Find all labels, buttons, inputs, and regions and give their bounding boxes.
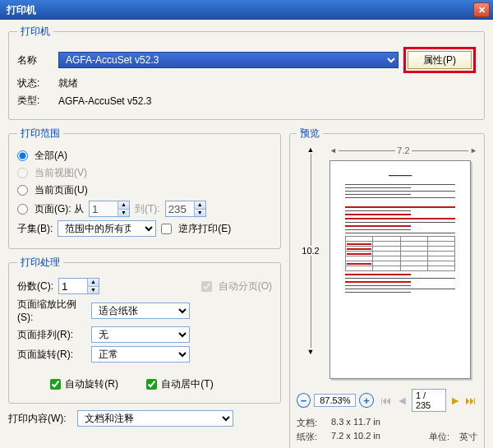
unit-value: 英寸 [459,431,477,443]
pages-to-label: 到(T): [135,202,160,216]
unit-label: 单位: [429,431,449,443]
auto-center-checkbox[interactable] [146,379,157,390]
reverse-checkbox[interactable] [161,224,172,234]
titlebar: 打印机 ✕ [0,0,493,20]
auto-center-label: 自动居中(T) [161,378,213,390]
auto-rotate-checkbox[interactable] [50,379,61,390]
scale-label: 页面缩放比例(S): [17,298,86,323]
dialog-body: 打印机 名称 AGFA-AccuSet v52.3 属性(P) 状态: 就绪 类… [0,20,493,448]
first-icon: ⏮ [380,394,392,407]
collate-label: 自动分页(O) [219,279,272,293]
pages-to-spinner[interactable]: ▲▼ [165,201,206,217]
scale-select[interactable]: 适合纸张 [91,303,190,319]
name-label: 名称 [17,53,53,67]
paper-size-value: 7.2 x 10.2 in [331,431,424,443]
radio-current-page-label: 当前页面(U) [35,183,88,197]
next-page-button[interactable]: ► [449,393,462,408]
subset-label: 子集(B): [17,222,53,236]
first-page-button[interactable]: ⏮ [380,393,393,408]
zoom-in-button[interactable]: + [359,393,373,408]
preview-group: 预览 ◄7.2► ▲10.2▼ ━━━━━━━ [289,127,485,448]
next-icon: ► [449,394,461,407]
minus-icon: − [301,395,307,407]
up-icon[interactable]: ▲ [87,279,99,287]
down-icon[interactable]: ▼ [117,210,129,217]
printer-group: 打印机 名称 AGFA-AccuSet v52.3 属性(P) 状态: 就绪 类… [8,25,485,120]
last-page-button[interactable]: ⏭ [465,393,477,408]
doc-size-value: 8.3 x 11.7 in [331,417,380,429]
window-title: 打印机 [7,3,36,17]
pages-to-input[interactable] [166,201,194,216]
preview-table-icon [345,236,455,271]
pages-from-spinner[interactable]: ▲▼ [89,201,130,217]
radio-all-label: 全部(A) [35,149,67,163]
rotate-label: 页面旋转(R): [17,348,86,362]
print-range-group: 打印范围 全部(A) 当前视图(V) 当前页面(U) 页面(G): 从 [8,127,281,249]
down-icon[interactable]: ▼ [87,287,99,294]
range-legend: 打印范围 [17,127,63,141]
layout-label: 页面排列(R): [17,328,86,342]
plus-icon: + [363,395,370,407]
prev-icon: ◄ [396,394,408,407]
prev-page-button[interactable]: ◄ [396,393,408,408]
subset-select[interactable]: 范围中的所有页 [58,220,156,237]
auto-rotate-label: 自动旋转(R) [65,378,118,390]
doc-preview-icon: ━━━━━━━ [345,173,455,179]
print-handling-group: 打印处理 份数(C): ▲▼ 自动分页(O) 页面缩放比例(S): 适合纸张 [8,256,281,404]
preview-page: ━━━━━━━ [329,160,471,379]
radio-current-view-label: 当前视图(V) [35,166,87,180]
type-label: 类型: [17,94,53,108]
page-indicator: 1 / 235 [412,389,446,412]
close-icon: ✕ [478,5,486,16]
print-content-label: 打印内容(W): [8,412,72,426]
zoom-out-button[interactable]: − [297,393,311,408]
print-content-select[interactable]: 文档和注释 [77,410,233,427]
radio-pages-label: 页面(G): 从 [35,202,84,216]
properties-button[interactable]: 属性(P) [408,51,472,69]
close-button[interactable]: ✕ [473,2,490,17]
preview-width-dim: ◄7.2► [329,145,477,155]
status-label: 状态: [17,76,53,90]
pages-from-input[interactable] [90,201,117,216]
rotate-select[interactable]: 正常 [91,346,190,363]
paper-size-label: 纸张: [297,431,326,443]
radio-current-view [17,168,28,178]
layout-select[interactable]: 无 [91,326,190,343]
last-icon: ⏭ [465,394,477,407]
up-icon[interactable]: ▲ [117,201,129,210]
preview-area: ◄7.2► ▲10.2▼ ━━━━━━━ [297,145,477,384]
preview-toolbar: − 87.53% + ⏮ ◄ 1 / 235 ► ⏭ [297,389,477,412]
radio-current-page[interactable] [17,185,28,196]
up-icon[interactable]: ▲ [194,201,205,210]
radio-pages[interactable] [17,204,28,215]
copies-spinner[interactable]: ▲▼ [58,278,99,294]
preview-legend: 预览 [297,127,323,141]
printer-legend: 打印机 [17,25,53,39]
properties-highlight: 属性(P) [403,47,476,73]
doc-size-label: 文档: [297,417,326,429]
radio-all[interactable] [17,150,28,161]
copies-input[interactable] [59,279,87,293]
type-value: AGFA-AccuSet v52.3 [58,95,151,107]
reverse-label: 逆序打印(E) [178,222,231,236]
copies-label: 份数(C): [17,279,53,293]
zoom-value: 87.53% [314,394,356,407]
handling-legend: 打印处理 [17,256,63,270]
preview-height-dim: ▲10.2▼ [297,145,325,356]
preview-info: 文档:8.3 x 11.7 in 纸张: 7.2 x 10.2 in 单位: 英… [297,417,477,443]
down-icon[interactable]: ▼ [194,210,205,217]
collate-checkbox [201,281,212,292]
status-value: 就绪 [58,76,78,90]
printer-name-select[interactable]: AGFA-AccuSet v52.3 [58,52,399,68]
